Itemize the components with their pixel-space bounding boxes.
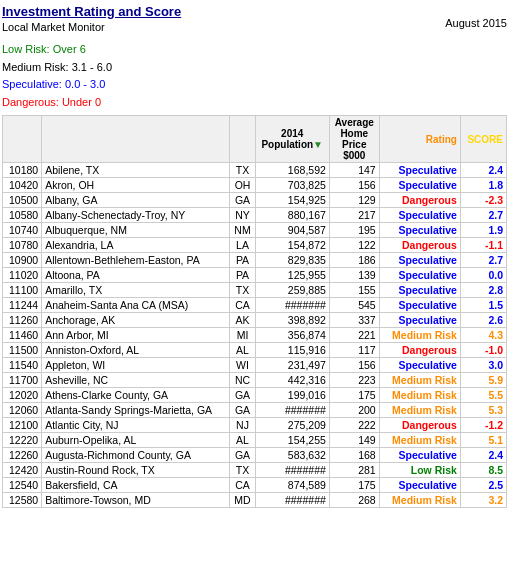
cell-rating: Dangerous xyxy=(379,193,460,208)
cell-city: Anniston-Oxford, AL xyxy=(42,343,230,358)
table-row: 12220 Auburn-Opelika, AL AL 154,255 149 … xyxy=(3,433,507,448)
cell-code: 11260 xyxy=(3,313,42,328)
cell-code: 11500 xyxy=(3,343,42,358)
cell-price: 139 xyxy=(329,268,379,283)
cell-score: 1.9 xyxy=(460,223,506,238)
cell-code: 10740 xyxy=(3,223,42,238)
cell-city: Bakersfield, CA xyxy=(42,478,230,493)
table-row: 11100 Amarillo, TX TX 259,885 155 Specul… xyxy=(3,283,507,298)
cell-state: OH xyxy=(230,178,255,193)
table-row: 10740 Albuquerque, NM NM 904,587 195 Spe… xyxy=(3,223,507,238)
table-row: 10180 Abilene, TX TX 168,592 147 Specula… xyxy=(3,163,507,178)
table-row: 11260 Anchorage, AK AK 398,892 337 Specu… xyxy=(3,313,507,328)
cell-score: -1.2 xyxy=(460,418,506,433)
table-row: 12260 Augusta-Richmond County, GA GA 583… xyxy=(3,448,507,463)
cell-city: Atlantic City, NJ xyxy=(42,418,230,433)
cell-price: 168 xyxy=(329,448,379,463)
legend-danger: Dangerous: Under 0 xyxy=(2,94,507,112)
cell-score: -1.1 xyxy=(460,238,506,253)
cell-state: MI xyxy=(230,328,255,343)
col-header-city xyxy=(42,116,230,163)
cell-state: AK xyxy=(230,313,255,328)
table-row: 11244 Anaheim-Santa Ana CA (MSA) CA ####… xyxy=(3,298,507,313)
cell-code: 11700 xyxy=(3,373,42,388)
cell-rating: Dangerous xyxy=(379,418,460,433)
cell-price: 217 xyxy=(329,208,379,223)
cell-rating: Medium Risk xyxy=(379,433,460,448)
cell-rating: Speculative xyxy=(379,163,460,178)
cell-price: 337 xyxy=(329,313,379,328)
cell-code: 10420 xyxy=(3,178,42,193)
cell-state: PA xyxy=(230,253,255,268)
col-header-pop: 2014Population▼ xyxy=(255,116,329,163)
cell-state: GA xyxy=(230,403,255,418)
col-header-code xyxy=(3,116,42,163)
cell-rating: Medium Risk xyxy=(379,403,460,418)
cell-score: 1.5 xyxy=(460,298,506,313)
main-container: Investment Rating and Score Local Market… xyxy=(0,0,509,512)
cell-rating: Speculative xyxy=(379,268,460,283)
cell-city: Amarillo, TX xyxy=(42,283,230,298)
cell-population: 199,016 xyxy=(255,388,329,403)
table-row: 10500 Albany, GA GA 154,925 129 Dangerou… xyxy=(3,193,507,208)
cell-code: 12420 xyxy=(3,463,42,478)
cell-price: 195 xyxy=(329,223,379,238)
cell-rating: Speculative xyxy=(379,208,460,223)
cell-code: 10500 xyxy=(3,193,42,208)
cell-score: 2.4 xyxy=(460,163,506,178)
cell-price: 545 xyxy=(329,298,379,313)
cell-price: 155 xyxy=(329,283,379,298)
cell-code: 10180 xyxy=(3,163,42,178)
table-row: 11540 Appleton, WI WI 231,497 156 Specul… xyxy=(3,358,507,373)
cell-score: 0.0 xyxy=(460,268,506,283)
cell-price: 222 xyxy=(329,418,379,433)
cell-code: 12540 xyxy=(3,478,42,493)
cell-city: Ann Arbor, MI xyxy=(42,328,230,343)
cell-price: 156 xyxy=(329,178,379,193)
cell-city: Austin-Round Rock, TX xyxy=(42,463,230,478)
cell-rating: Speculative xyxy=(379,298,460,313)
cell-score: 3.2 xyxy=(460,493,506,508)
cell-city: Allentown-Bethlehem-Easton, PA xyxy=(42,253,230,268)
cell-price: 186 xyxy=(329,253,379,268)
table-row: 11700 Asheville, NC NC 442,316 223 Mediu… xyxy=(3,373,507,388)
table-row: 12540 Bakersfield, CA CA 874,589 175 Spe… xyxy=(3,478,507,493)
cell-price: 175 xyxy=(329,478,379,493)
cell-score: -2.3 xyxy=(460,193,506,208)
cell-population: 442,316 xyxy=(255,373,329,388)
cell-score: -1.0 xyxy=(460,343,506,358)
cell-city: Athens-Clarke County, GA xyxy=(42,388,230,403)
data-table: 2014Population▼ AverageHomePrice$000 Rat… xyxy=(2,115,507,508)
cell-rating: Speculative xyxy=(379,448,460,463)
cell-code: 11100 xyxy=(3,283,42,298)
table-row: 10420 Akron, OH OH 703,825 156 Speculati… xyxy=(3,178,507,193)
cell-score: 5.9 xyxy=(460,373,506,388)
cell-code: 12020 xyxy=(3,388,42,403)
cell-score: 5.3 xyxy=(460,403,506,418)
cell-code: 12260 xyxy=(3,448,42,463)
col-header-state xyxy=(230,116,255,163)
cell-city: Anchorage, AK xyxy=(42,313,230,328)
cell-state: TX xyxy=(230,163,255,178)
cell-city: Albany, GA xyxy=(42,193,230,208)
cell-score: 5.1 xyxy=(460,433,506,448)
cell-code: 12060 xyxy=(3,403,42,418)
cell-population: ####### xyxy=(255,463,329,478)
cell-population: 880,167 xyxy=(255,208,329,223)
cell-code: 12580 xyxy=(3,493,42,508)
cell-population: 259,885 xyxy=(255,283,329,298)
cell-rating: Medium Risk xyxy=(379,328,460,343)
table-row: 12100 Atlantic City, NJ NJ 275,209 222 D… xyxy=(3,418,507,433)
cell-population: 275,209 xyxy=(255,418,329,433)
legend-medium: Medium Risk: 3.1 - 6.0 xyxy=(2,59,507,77)
cell-state: PA xyxy=(230,268,255,283)
cell-price: 129 xyxy=(329,193,379,208)
cell-state: WI xyxy=(230,358,255,373)
cell-price: 281 xyxy=(329,463,379,478)
table-row: 10580 Albany-Schenectady-Troy, NY NY 880… xyxy=(3,208,507,223)
cell-population: ####### xyxy=(255,298,329,313)
cell-rating: Dangerous xyxy=(379,343,460,358)
cell-state: GA xyxy=(230,448,255,463)
cell-population: 703,825 xyxy=(255,178,329,193)
cell-score: 8.5 xyxy=(460,463,506,478)
